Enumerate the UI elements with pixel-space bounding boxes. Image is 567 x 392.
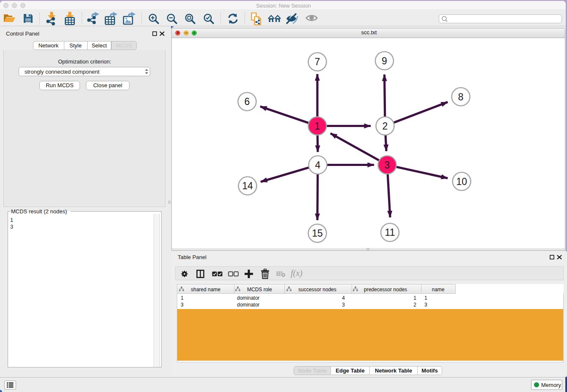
svg-text:3: 3 (385, 160, 390, 171)
svg-text:10: 10 (456, 176, 467, 187)
svg-text:7: 7 (315, 56, 320, 67)
svg-text:8: 8 (458, 91, 464, 102)
svg-text:15: 15 (312, 228, 323, 239)
svg-text:1: 1 (315, 121, 320, 132)
svg-text:14: 14 (242, 180, 253, 191)
svg-text:9: 9 (382, 55, 387, 66)
svg-text:6: 6 (245, 96, 250, 107)
svg-text:4: 4 (315, 160, 321, 171)
svg-text:11: 11 (385, 227, 395, 238)
svg-text:2: 2 (383, 121, 388, 132)
